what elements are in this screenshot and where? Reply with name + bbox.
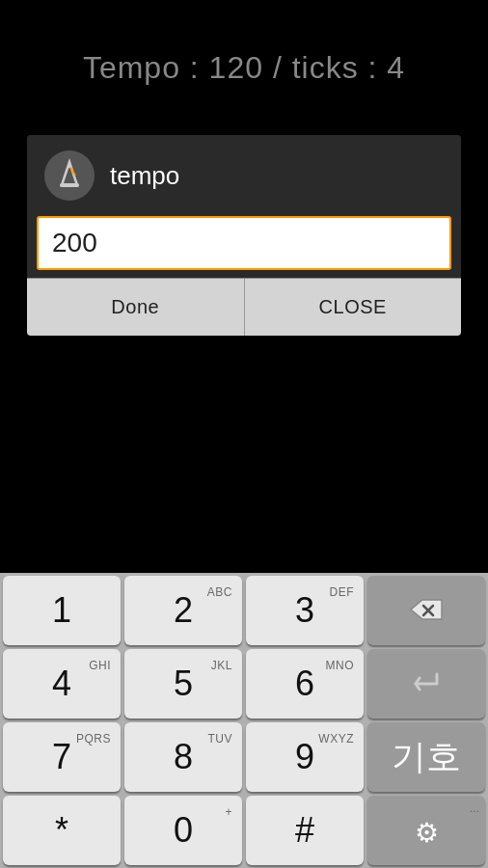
- key-2-button[interactable]: 2ABC: [124, 576, 242, 645]
- key-row-1: 4GHI5JKL6MNO: [3, 649, 485, 719]
- key-special-button[interactable]: *: [3, 796, 121, 865]
- key-4-button[interactable]: 4GHI: [3, 649, 121, 719]
- top-bar: Tempo : 120 / ticks : 4: [0, 0, 488, 135]
- dialog-input-wrapper: [37, 216, 451, 270]
- key-9-button[interactable]: 9WXYZ: [246, 722, 364, 792]
- key-5-button[interactable]: 5JKL: [124, 649, 242, 719]
- dialog-icon: [44, 150, 95, 201]
- key-6-button[interactable]: 6MNO: [246, 649, 364, 719]
- dialog-header: tempo: [27, 135, 461, 216]
- key-special-button[interactable]: [367, 649, 485, 719]
- dialog: tempo Done CLOSE: [27, 135, 461, 336]
- key-special-button[interactable]: #: [246, 796, 364, 865]
- done-button[interactable]: Done: [27, 279, 245, 336]
- close-button[interactable]: CLOSE: [245, 279, 462, 336]
- key-3-button[interactable]: 3DEF: [246, 576, 364, 645]
- tempo-input[interactable]: [37, 216, 451, 270]
- key-special-button[interactable]: [367, 576, 485, 645]
- key-row-2: 7PQRS8TUV9WXYZ기호: [3, 722, 485, 792]
- key-1-button[interactable]: 1: [3, 576, 121, 645]
- svg-point-3: [68, 164, 71, 168]
- key-specialspecial-button[interactable]: 기호: [367, 722, 485, 792]
- keyboard: 12ABC3DEF4GHI5JKL6MNO7PQRS8TUV9WXYZ기호*0+…: [0, 573, 488, 868]
- dialog-title: tempo: [110, 161, 179, 191]
- key-row-0: 12ABC3DEF: [3, 576, 485, 645]
- tempo-icon: [50, 156, 89, 195]
- key-7-button[interactable]: 7PQRS: [3, 722, 121, 792]
- key-special-button[interactable]: ...⚙: [367, 796, 485, 865]
- key-0-button[interactable]: 0+: [124, 796, 242, 865]
- key-row-3: *0+#...⚙: [3, 796, 485, 865]
- dialog-buttons: Done CLOSE: [27, 278, 461, 336]
- key-8-button[interactable]: 8TUV: [124, 722, 242, 792]
- tempo-display: Tempo : 120 / ticks : 4: [83, 50, 405, 86]
